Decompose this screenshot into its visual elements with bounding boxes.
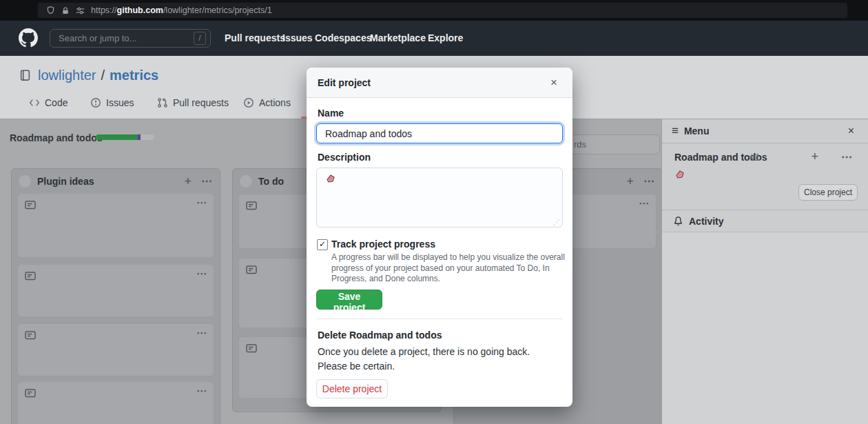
board-column-plugin-ideas: Plugin ideas + ⋯ ⋯ ⋯ ⋯ ⋯ xyxy=(11,168,220,424)
github-logo[interactable] xyxy=(19,28,38,48)
save-project-button[interactable]: Save project xyxy=(316,290,382,310)
menu-header: ≡ Menu × xyxy=(662,119,868,143)
breadcrumb-separator: / xyxy=(101,68,105,83)
divider xyxy=(316,319,563,319)
track-progress-help-text: A progress bar will be displayed to help… xyxy=(331,252,566,285)
board-card[interactable]: ⋯ xyxy=(17,323,214,376)
activity-label: Activity xyxy=(689,216,724,227)
slash-shortcut-badge: / xyxy=(194,32,206,45)
column-title: Plugin ideas xyxy=(37,176,94,187)
breadcrumb: lowlighter / metrics xyxy=(19,68,158,83)
add-cards-button-fragment[interactable]: rds xyxy=(565,134,660,154)
repo-name-link[interactable]: metrics xyxy=(110,68,158,83)
lock-icon xyxy=(61,6,70,15)
note-icon xyxy=(25,387,36,398)
address-bar[interactable]: https://github.com/lowlighter/metrics/pr… xyxy=(38,3,847,18)
add-card-icon[interactable]: + xyxy=(184,175,192,188)
meat-emoji xyxy=(674,169,685,180)
delete-section-heading: Delete Roadmap and todos xyxy=(318,330,442,341)
note-icon xyxy=(25,330,36,341)
sidebar-project-number: #1 xyxy=(750,152,761,163)
dialog-title: Edit project xyxy=(318,77,371,88)
nav-explore[interactable]: Explore xyxy=(428,32,463,43)
track-progress-label: Track project progress xyxy=(331,239,435,250)
page: https://github.com/lowlighter/metrics/pr… xyxy=(0,0,868,424)
project-description-textarea[interactable]: ⋰ xyxy=(316,168,563,228)
column-menu-icon[interactable]: ⋯ xyxy=(643,176,655,187)
bell-icon xyxy=(673,216,683,226)
play-icon xyxy=(243,97,254,108)
sidebar-menu-icon[interactable]: ⋯ xyxy=(841,152,853,163)
note-icon xyxy=(25,270,36,281)
nav-issues[interactable]: Issues xyxy=(282,32,313,43)
repo-icon xyxy=(19,70,31,81)
board-card[interactable]: ⋯ xyxy=(17,381,214,424)
url-text: https://github.com/lowlighter/metrics/pr… xyxy=(91,6,272,15)
meat-emoji xyxy=(325,173,336,184)
resize-grip-icon[interactable]: ⋰ xyxy=(553,219,560,226)
description-label: Description xyxy=(318,152,371,163)
card-menu-icon[interactable]: ⋯ xyxy=(196,196,207,209)
card-count-badge xyxy=(240,175,252,188)
hamburger-icon: ≡ xyxy=(672,124,679,138)
close-project-button[interactable]: Close project xyxy=(798,184,858,201)
nav-codespaces[interactable]: Codespaces xyxy=(315,32,371,43)
card-menu-icon[interactable]: ⋯ xyxy=(639,197,650,210)
column-header: Plugin ideas + ⋯ xyxy=(12,169,220,194)
edit-project-dialog: Edit project × Name Description ⋰ ✓ Trac… xyxy=(307,68,572,407)
search-input[interactable] xyxy=(57,32,194,44)
shield-icon xyxy=(46,6,55,15)
github-header: / Pull requests Issues Codespaces Market… xyxy=(0,21,868,56)
progress-inprogress-segment xyxy=(138,134,141,140)
card-menu-icon[interactable]: ⋯ xyxy=(196,327,207,339)
note-icon xyxy=(246,343,257,354)
global-search: / xyxy=(50,29,211,48)
board-card[interactable]: ⋯ xyxy=(17,264,214,317)
menu-close-icon[interactable]: × xyxy=(844,124,858,138)
dialog-header: Edit project × xyxy=(307,68,572,98)
menu-label: Menu xyxy=(684,125,710,137)
project-name-input[interactable] xyxy=(316,123,563,143)
activity-header: Activity xyxy=(662,210,868,232)
project-menu-panel: ≡ Menu × Roadmap and todos #1 + ⋯ Close … xyxy=(661,119,868,424)
code-icon xyxy=(29,97,40,108)
nav-marketplace[interactable]: Marketplace xyxy=(370,32,426,43)
project-title: Roadmap and todos xyxy=(10,132,103,143)
column-menu-icon[interactable]: ⋯ xyxy=(201,176,213,187)
sidebar-add-icon[interactable]: + xyxy=(811,150,818,163)
project-progress-bar xyxy=(96,134,154,140)
tab-pull-requests[interactable]: Pull requests xyxy=(157,97,229,108)
card-menu-icon[interactable]: ⋯ xyxy=(196,267,207,280)
repo-owner-link[interactable]: lowlighter xyxy=(38,68,96,83)
column-title: To do xyxy=(258,176,284,187)
add-card-icon[interactable]: + xyxy=(626,175,634,188)
note-icon xyxy=(246,264,257,275)
delete-warning-text: Once you delete a project, there is no g… xyxy=(318,345,546,374)
tab-issues[interactable]: Issues xyxy=(90,97,134,108)
tab-code[interactable]: Code xyxy=(29,97,68,108)
name-label: Name xyxy=(318,108,344,119)
progress-done-segment xyxy=(96,134,138,140)
note-icon xyxy=(246,200,257,211)
card-menu-icon[interactable]: ⋯ xyxy=(196,385,207,397)
note-icon xyxy=(25,199,36,210)
permissions-icon xyxy=(76,6,85,15)
tab-actions[interactable]: Actions xyxy=(243,97,291,108)
browser-toolbar: https://github.com/lowlighter/metrics/pr… xyxy=(0,0,868,21)
pull-request-icon xyxy=(157,97,168,108)
track-progress-checkbox[interactable]: ✓ xyxy=(317,239,328,250)
card-count-badge xyxy=(19,175,31,188)
dialog-close-icon[interactable]: × xyxy=(546,76,561,89)
activity-content-area xyxy=(662,232,868,424)
issue-icon xyxy=(90,97,101,108)
board-card[interactable]: ⋯ xyxy=(17,193,214,258)
nav-pull-requests[interactable]: Pull requests xyxy=(225,32,285,43)
delete-project-button[interactable]: Delete project xyxy=(316,379,388,398)
